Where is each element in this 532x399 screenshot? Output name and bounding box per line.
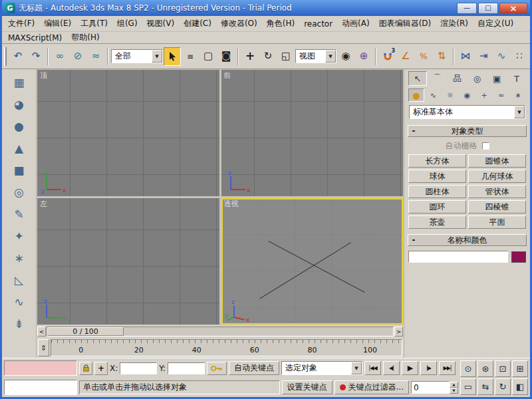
time-slider-track[interactable]: 0 / 100	[47, 327, 394, 336]
spinner-up-icon[interactable]: ▲	[450, 382, 458, 388]
geosphere-button[interactable]: 几何球体	[468, 170, 526, 183]
menu-maxscript[interactable]: MAXScript(M)	[3, 32, 66, 44]
auto-key-button[interactable]: 自动关键点	[229, 361, 279, 375]
viewport-top-label[interactable]: 顶	[40, 70, 47, 80]
viewport-front[interactable]: 前 z x	[221, 70, 404, 196]
menu-graph-editors[interactable]: 图表编辑器(D)	[374, 17, 436, 31]
align-button[interactable]: ⇥	[475, 47, 492, 66]
chevron-down-icon[interactable]: ▼	[325, 50, 336, 63]
viewport-left-label[interactable]: 左	[40, 199, 47, 209]
zoom-all-button[interactable]: ⊛	[477, 360, 493, 377]
tab-tool-icon-10[interactable]: ◺	[9, 271, 29, 289]
redo-button[interactable]: ↷	[27, 47, 45, 66]
tab-motion[interactable]: ◎	[467, 71, 486, 86]
category-spacewarps-button[interactable]: ≈	[493, 88, 509, 102]
tab-tool-icon-11[interactable]: ∿	[9, 293, 29, 311]
go-to-end-button[interactable]: ▶▶|	[439, 361, 456, 375]
close-button[interactable]: ×	[499, 3, 527, 14]
tab-tool-icon-5[interactable]: ■	[9, 161, 29, 179]
next-frame-button[interactable]: |▶	[420, 361, 437, 375]
play-button[interactable]: ▶	[402, 361, 418, 375]
percent-snap-toggle[interactable]: %	[415, 47, 432, 66]
set-keys-button[interactable]	[207, 362, 227, 375]
primitives-dropdown[interactable]: 标准基本体 ▼	[409, 105, 525, 119]
select-and-link-icon[interactable]: ∞	[51, 47, 68, 66]
tab-hierarchy[interactable]: 品	[448, 71, 467, 86]
min-max-toggle-button[interactable]: ◧	[512, 378, 528, 395]
mini-curve-editor-button[interactable]: ⇕	[38, 339, 49, 356]
menu-help[interactable]: 帮助(H)	[66, 31, 104, 45]
spinner-snap-toggle[interactable]: ⇅	[433, 47, 450, 66]
viewport-left[interactable]: 左 z y	[37, 198, 219, 325]
chevron-down-icon[interactable]: ▼	[514, 106, 525, 118]
menu-modifiers[interactable]: 修改器(O)	[216, 17, 262, 31]
viewport-perspective-label[interactable]: 透视	[224, 199, 239, 209]
tube-button[interactable]: 管状体	[468, 185, 526, 198]
sphere-button[interactable]: 球体	[408, 170, 466, 183]
absolute-offset-mode-toggle[interactable]: +	[94, 362, 108, 375]
object-name-input[interactable]	[408, 251, 508, 263]
menu-create[interactable]: 创建(C)	[179, 17, 216, 31]
tab-modify[interactable]: ⌒	[428, 71, 447, 86]
category-shapes-button[interactable]: ∿	[426, 88, 442, 102]
set-key-button[interactable]: 设置关键点	[282, 380, 332, 394]
menu-animation[interactable]: 动画(A)	[337, 17, 374, 31]
category-systems-button[interactable]: ∗	[510, 88, 526, 102]
zoom-extents-all-button[interactable]: ⊞	[512, 360, 528, 377]
torus-button[interactable]: 圆环	[408, 200, 466, 213]
menu-edit[interactable]: 编辑(E)	[39, 17, 76, 31]
chevron-down-icon[interactable]: ▼	[351, 362, 362, 374]
tab-create[interactable]: ↖	[408, 71, 427, 86]
select-and-rotate-button[interactable]: ↻	[259, 47, 277, 66]
tab-tool-icon-9[interactable]: ∗	[9, 249, 29, 267]
category-cameras-button[interactable]: ◉	[460, 88, 475, 102]
previous-frame-button[interactable]: ◀|	[383, 361, 400, 375]
window-crossing-toggle[interactable]: ◙	[217, 47, 235, 66]
autogrid-checkbox[interactable]	[482, 142, 489, 150]
spinner-down-icon[interactable]: ▼	[450, 388, 458, 394]
tab-tool-icon-12[interactable]: ⇟	[9, 315, 29, 332]
time-slider-next-arrow[interactable]: >	[394, 327, 403, 336]
tab-tool-icon-6[interactable]: ◎	[9, 183, 29, 201]
tab-tool-icon-3[interactable]: ●	[9, 117, 29, 135]
track-bar-ruler[interactable]: 0 20 40 60 80 100	[51, 339, 402, 356]
pyramid-button[interactable]: 四棱锥	[468, 200, 526, 213]
tab-tool-icon-7[interactable]: ✎	[9, 205, 29, 223]
viewport-perspective[interactable]: 透视 z x y	[221, 198, 404, 325]
zoom-button[interactable]: ⊙	[460, 360, 476, 377]
category-lights-button[interactable]: ☼	[442, 88, 458, 102]
menu-reactor[interactable]: reactor	[299, 18, 337, 30]
arc-rotate-button[interactable]: ↻	[495, 378, 511, 395]
material-editor-button[interactable]: ∷	[511, 47, 528, 66]
cylinder-button[interactable]: 圆柱体	[408, 185, 466, 198]
tab-display[interactable]: ▣	[487, 71, 506, 86]
rollout-name-color[interactable]: - 名称和颜色	[408, 234, 527, 246]
menu-views[interactable]: 视图(V)	[142, 17, 180, 31]
bind-to-spacewarp-icon[interactable]: ≈	[87, 47, 104, 66]
pan-button[interactable]: ⇆	[477, 378, 493, 395]
tab-tool-icon-1[interactable]: ▦	[9, 73, 29, 91]
menu-file[interactable]: 文件(F)	[3, 17, 39, 31]
zoom-extents-button[interactable]: ⊡	[495, 360, 511, 377]
tab-tool-icon-4[interactable]: ▲	[9, 139, 29, 157]
minimize-button[interactable]: —	[457, 3, 477, 14]
select-and-manipulate-button[interactable]: ⊕	[355, 47, 372, 66]
selection-lock-toggle[interactable]	[79, 362, 92, 375]
curve-editor-button[interactable]: ∿	[493, 47, 510, 66]
toolbar-drag-handle[interactable]	[4, 47, 7, 66]
undo-button[interactable]: ↶	[9, 47, 27, 66]
render-button[interactable]: ◆	[529, 47, 532, 66]
tab-utilities[interactable]: T	[507, 71, 526, 86]
go-to-start-button[interactable]: |◀◀	[364, 361, 381, 375]
time-slider-prev-arrow[interactable]: <	[37, 327, 46, 336]
selection-set-dropdown[interactable]: 选定对象 ▼	[281, 361, 362, 375]
rectangular-selection-region-button[interactable]: ▢	[200, 47, 217, 66]
teapot-button[interactable]: 茶壶	[408, 215, 466, 229]
y-coordinate-field[interactable]	[168, 362, 205, 374]
use-pivot-center-button[interactable]: ◉	[337, 47, 354, 66]
menu-rendering[interactable]: 渲染(R)	[436, 17, 473, 31]
cone-button[interactable]: 圆锥体	[468, 154, 526, 168]
viewport-front-label[interactable]: 前	[224, 70, 231, 80]
rollout-object-type[interactable]: - 对象类型	[408, 125, 527, 137]
reference-coordinate-dropdown[interactable]: 视图 ▼	[295, 49, 336, 63]
